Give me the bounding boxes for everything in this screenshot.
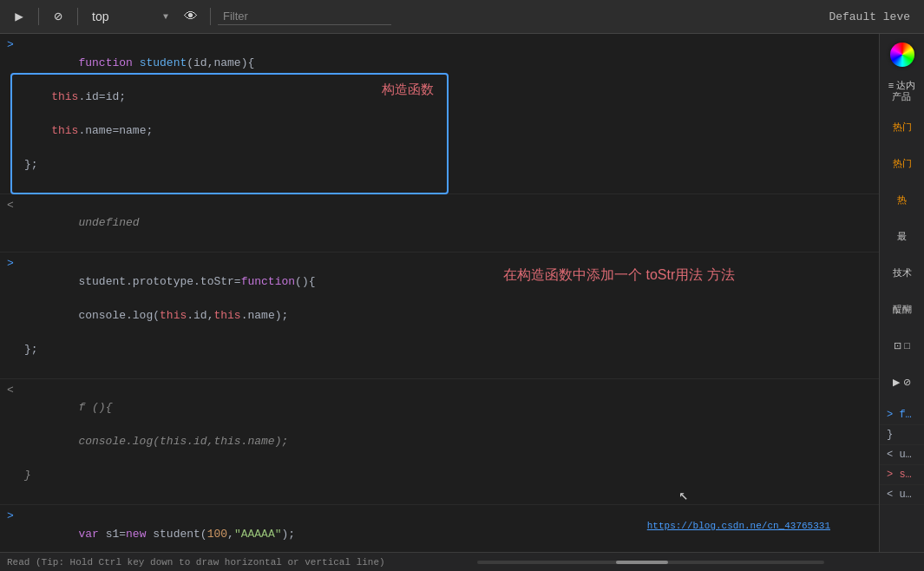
this-kw2: this [51,124,78,137]
str-aaaaa: "AAAAA" [234,528,282,541]
line-prefix-4: < [0,381,21,397]
sidebar-cool-button[interactable]: 醍醐 [885,292,920,327]
fn-close: } [24,469,31,482]
separator2 [77,8,78,25]
code-indent [24,90,51,103]
input-arrow-icon2: > [7,257,14,270]
line-prefix-2: < [0,196,21,212]
kw-var: var [78,528,105,541]
sidebar-hot2-icon: 热门 [891,156,914,171]
bottom-hint: Read (Tip: Hold Ctrl key down to draw ho… [7,557,385,568]
keyword-function: function [78,56,139,69]
right-sidebar: ≡ 达内产品 热门 热门 热 最 技术 醍醐 ⊡ □ ▶ ⊘ > func...… [879,34,924,552]
sidebar-tool2-button[interactable]: ▶ ⊘ [885,365,920,400]
kw-fn2: function [241,275,295,288]
console-panel[interactable]: 构造函数 在构造函数中添加一个 toStr用法 方法 > function st… [0,34,879,552]
panel-item-brace[interactable]: } [880,425,924,445]
separator3 [210,8,211,25]
console-line-1[interactable]: > function student(id,name){ this.id=id;… [0,34,879,194]
bottom-bar: Read (Tip: Hold Ctrl key down to draw ho… [0,552,924,571]
code-indent3: console.log( [24,309,160,322]
console-line-4[interactable]: < f (){ console.log(this.id,this.name); … [0,379,879,506]
sidebar-tool2-icon: ▶ ⊘ [891,375,912,390]
code-close: }; [24,158,38,171]
line-content-3: student.prototype.toStr=function(){ cons… [21,254,879,377]
panel-item-unde2[interactable]: < unde... [880,485,924,505]
sidebar-settings-icon: ≡ 达内产品 [887,78,917,104]
console-line-3[interactable]: > student.prototype.toStr=function(){ co… [0,253,879,379]
eye-button[interactable]: 👁 [179,4,203,29]
sidebar-tool1-icon: ⊡ □ [892,338,912,353]
context-selector-wrapper: top ▼ [85,8,172,25]
var-s1: s1= [106,528,126,541]
undefined-val: undefined [78,216,139,229]
line-prefix-5: > [0,507,21,522]
paren-close: ); [282,528,296,541]
code-prototype: student.prototype.toStr= [78,275,240,288]
scrollbar-indicator[interactable] [385,561,917,564]
line-content-4: f (){ console.log(this.id,this.name); } [21,381,879,503]
comma: , [227,528,234,541]
sidebar-settings-button[interactable]: ≡ 达内产品 [885,74,920,108]
sidebar-hot2-button[interactable]: 热门 [885,147,920,181]
sidebar-cool-icon: 醍醐 [891,302,914,317]
scrollbar-track[interactable] [477,561,824,564]
fn-body: console.log(this.id,this.name); [24,435,288,448]
num-100: 100 [207,528,227,541]
code-text: (id,name){ [187,56,254,69]
dot2: .name); [241,309,289,322]
run-button[interactable]: ▶ [7,4,31,29]
code-text2: .id=id; [78,90,126,103]
this-kw: this [51,90,78,103]
sidebar-hot1-button[interactable]: 热门 [885,110,920,145]
line-content-2: undefined [21,196,879,251]
console-line-2[interactable]: < undefined [0,194,879,253]
code-text3: .name=name; [78,124,153,137]
scrollbar-thumb[interactable] [616,561,668,564]
sidebar-hot1-icon: 热门 [891,120,914,135]
sidebar-best-icon: 最 [895,229,908,244]
toolbar: ▶ ⊘ top ▼ 👁 Default leve [0,0,924,34]
panel-item-stud[interactable]: > stud... [880,465,924,485]
sidebar-tech-icon: 技术 [891,266,914,280]
output-arrow-icon: < [7,199,14,212]
code-close2: }; [24,343,38,356]
url-bar: https://blog.csdn.ne/cn_43765331 [644,519,834,533]
context-select[interactable]: top [85,8,172,25]
input-arrow-icon3: > [7,509,14,522]
output-arrow-icon2: < [7,384,14,397]
sidebar-hot3-button[interactable]: 热 [885,183,920,218]
stop-button[interactable]: ⊘ [46,4,70,29]
main-area: 构造函数 在构造函数中添加一个 toStr用法 方法 > function st… [0,34,924,552]
input-arrow-icon: > [7,38,14,51]
line-prefix-3: > [0,254,21,270]
kw-new: new [126,528,153,541]
line-content-1: function student(id,name){ this.id=id; t… [21,36,879,192]
sidebar-panel: > func... } < unde... > stud... < unde..… [880,405,924,505]
this-kw4: this [213,309,240,322]
line-prefix-1: > [0,36,21,51]
sidebar-best-button[interactable]: 最 [885,220,920,254]
color-wheel-icon [890,43,914,67]
this-kw3: this [160,309,187,322]
panel-item-func[interactable]: > func... [880,405,924,425]
filter-input[interactable] [218,8,391,25]
sidebar-tool1-button[interactable]: ⊡ □ [885,329,920,364]
code-indent2 [24,124,51,137]
code-text4: (){ [295,275,315,288]
default-level-label: Default leve [829,10,917,23]
sidebar-tech-button[interactable]: 技术 [885,256,920,291]
dot1: .id, [187,309,213,322]
fn-result: f (){ [78,401,112,414]
sidebar-hot3-icon: 热 [895,193,908,207]
separator [38,8,39,25]
panel-item-unde1[interactable]: < unde... [880,445,924,465]
fn-name-student: student [140,56,187,69]
sidebar-colorwheel-button[interactable] [885,37,920,72]
new-student: student( [153,528,206,541]
